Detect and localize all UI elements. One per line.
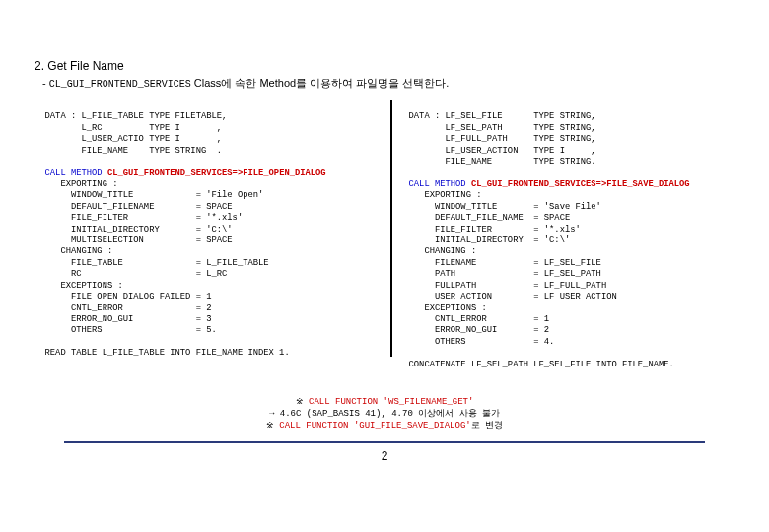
footnote-code: CALL FUNCTION 'GUI_FILE_SAVE_DIALOG' [279, 421, 470, 431]
code-line: DEFAULT_FILENAME = SPACE [35, 202, 233, 212]
code-keyword: CALL METHOD [398, 179, 466, 189]
subtitle-suffix: Class에 속한 Method를 이용하여 파일명을 선택한다. [191, 77, 450, 89]
code-columns: DATA : L_FILE_TABLE TYPE FILETABLE, L_RC… [35, 100, 734, 382]
code-line: INITIAL_DIRECTORY = 'C:\' [35, 225, 233, 234]
code-line: WINDOW_TITLE = 'File Open' [35, 190, 263, 200]
code-line: USER_ACTION = LF_USER_ACTION [398, 292, 617, 301]
footnote-marker: ※ [296, 397, 309, 407]
code-line: DEFAULT_FILE_NAME = SPACE [398, 213, 570, 223]
footnote-suffix: 로 변경 [471, 421, 503, 431]
code-line: FILE_OPEN_DIALOG_FAILED = 1 [35, 292, 212, 301]
code-line: FULLPATH = LF_FULL_PATH [398, 281, 606, 291]
code-line: LF_USER_ACTION TYPE I , [398, 146, 596, 156]
code-line: EXPORTING : [35, 179, 117, 189]
code-right: DATA : LF_SEL_FILE TYPE STRING, LF_SEL_P… [398, 100, 734, 382]
code-line: INITIAL_DIRECTORY = 'C:\' [398, 235, 570, 245]
code-line: FILE_TABLE = L_FILE_TABLE [35, 258, 269, 268]
page-number: 2 [35, 449, 734, 463]
code-line: READ TABLE L_FILE_TABLE INTO FILE_NAME I… [35, 348, 290, 358]
code-line: FILE_FILTER = '*.xls' [398, 225, 581, 234]
code-line: PATH = LF_SEL_PATH [398, 269, 601, 279]
footnote-line: → 4.6C (SAP_BASIS 41), 4.70 이상에서 사용 불가 [269, 409, 500, 419]
column-divider [390, 100, 392, 357]
code-line: CNTL_ERROR = 1 [398, 314, 549, 324]
footnote-code: CALL FUNCTION 'WS_FILENAME_GET' [309, 397, 473, 407]
code-line: OTHERS = 4. [398, 337, 554, 347]
code-class-ref: CL_GUI_FRONTEND_SERVICES=>FILE_OPEN_DIAL… [103, 168, 326, 178]
code-line: LF_FULL_PATH TYPE STRING, [398, 134, 596, 144]
section-title: 2. Get File Name [35, 59, 734, 73]
code-line: OTHERS = 5. [35, 325, 217, 335]
code-line: WINDOW_TITLE = 'Save File' [398, 202, 601, 212]
section-subtitle: - CL_GUI_FRONTEND_SERVICES Class에 속한 Met… [35, 76, 734, 91]
code-line: CHANGING : [35, 246, 112, 256]
code-class-ref: CL_GUI_FRONTEND_SERVICES=>FILE_SAVE_DIAL… [466, 179, 690, 189]
bottom-rule [64, 441, 705, 443]
code-keyword: CALL METHOD [35, 168, 103, 178]
code-line: LF_SEL_PATH TYPE STRING, [398, 123, 596, 133]
code-line: CNTL_ERROR = 2 [35, 303, 212, 313]
code-line: FILE_FILTER = '*.xls' [35, 213, 243, 223]
subtitle-prefix: - [42, 77, 49, 89]
code-line: ERROR_NO_GUI = 3 [35, 314, 212, 324]
code-line: DATA : L_FILE_TABLE TYPE FILETABLE, [35, 111, 227, 121]
code-line: EXPORTING : [398, 190, 481, 200]
code-line: L_RC TYPE I , [35, 123, 222, 133]
code-line: DATA : LF_SEL_FILE TYPE STRING, [398, 111, 596, 121]
code-line: EXCEPTIONS : [35, 281, 123, 291]
code-line: RC = L_RC [35, 269, 227, 279]
footnote-marker: ※ [266, 421, 279, 431]
code-line: FILE_NAME TYPE STRING . [35, 146, 222, 156]
code-line: EXCEPTIONS : [398, 303, 487, 313]
subtitle-class: CL_GUI_FRONTEND_SERVICES [49, 79, 191, 90]
code-line: CONCATENATE LF_SEL_PATH LF_SEL_FILE INTO… [398, 360, 674, 369]
code-line: MULTISELECTION = SPACE [35, 235, 233, 245]
code-line: FILE_NAME TYPE STRING. [398, 157, 596, 166]
code-line: CHANGING : [398, 246, 476, 256]
code-left: DATA : L_FILE_TABLE TYPE FILETABLE, L_RC… [35, 100, 384, 382]
code-line: L_USER_ACTIO TYPE I , [35, 134, 222, 144]
code-line: ERROR_NO_GUI = 2 [398, 325, 549, 335]
footnote: ※ CALL FUNCTION 'WS_FILENAME_GET' → 4.6C… [35, 396, 734, 432]
code-line: FILENAME = LF_SEL_FILE [398, 258, 601, 268]
